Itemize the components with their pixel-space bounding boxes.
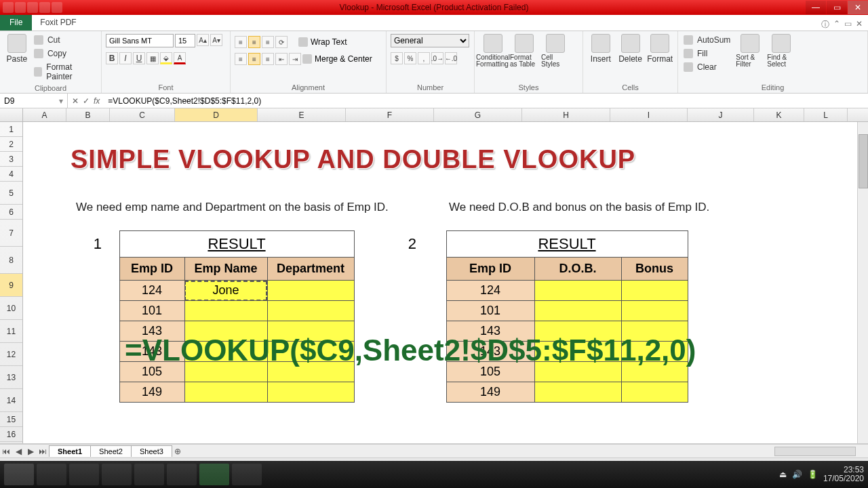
- taskbar-app-2[interactable]: [69, 464, 99, 485]
- font-size-select[interactable]: [175, 34, 195, 47]
- find-select-button[interactable]: Find & Select: [767, 34, 795, 68]
- increase-decimal-icon[interactable]: .0→: [431, 52, 443, 64]
- row-header-7[interactable]: 7: [0, 220, 22, 247]
- comma-format-icon[interactable]: ,: [418, 52, 430, 64]
- col-header-H[interactable]: H: [522, 108, 610, 121]
- restore-window-icon[interactable]: ▭: [844, 19, 852, 30]
- row-header-15[interactable]: 15: [0, 412, 22, 427]
- name-box[interactable]: D9▾: [0, 94, 68, 108]
- tray-icon[interactable]: 🔋: [808, 470, 818, 479]
- sheet-nav-first-icon[interactable]: ⏮: [0, 447, 12, 456]
- decrease-decimal-icon[interactable]: ←.0: [445, 52, 457, 64]
- row-header-14[interactable]: 14: [0, 389, 22, 412]
- align-top-icon[interactable]: ≡: [235, 36, 247, 48]
- table-cell[interactable]: [534, 382, 621, 403]
- align-center-icon[interactable]: ≡: [248, 53, 260, 65]
- new-sheet-icon[interactable]: ⊕: [172, 447, 184, 456]
- help-icon[interactable]: ⓘ: [821, 19, 829, 30]
- increase-font-icon[interactable]: A▴: [197, 34, 209, 46]
- sheet-nav-prev-icon[interactable]: ◀: [12, 447, 24, 456]
- maximize-button[interactable]: ▭: [827, 1, 847, 14]
- vertical-scrollbar[interactable]: [857, 122, 868, 443]
- sheet-tab-sheet3[interactable]: Sheet3: [131, 445, 172, 457]
- cells-area[interactable]: SIMPLE VLOOKUP AND DOUBLE VLOOKUP We nee…: [23, 122, 868, 443]
- font-name-select[interactable]: [106, 34, 174, 47]
- insert-cells-button[interactable]: Insert: [587, 34, 614, 64]
- format-as-table-button[interactable]: Format as Table: [510, 34, 538, 68]
- decrease-indent-icon[interactable]: ⇤: [275, 53, 288, 65]
- taskbar-app-3[interactable]: [102, 464, 132, 485]
- sheet-nav-next-icon[interactable]: ▶: [24, 447, 37, 456]
- worksheet-grid[interactable]: ABCDEFGHIJKL 12345678910111213141516 SIM…: [0, 108, 868, 444]
- table-cell-id[interactable]: 149: [446, 382, 534, 403]
- enter-formula-icon[interactable]: ✓: [83, 96, 90, 106]
- align-left-icon[interactable]: ≡: [235, 53, 247, 65]
- col-header-G[interactable]: G: [434, 108, 522, 121]
- table-cell-id[interactable]: 149: [119, 382, 184, 403]
- scrollbar-thumb[interactable]: [859, 134, 868, 188]
- underline-button[interactable]: U: [133, 52, 145, 64]
- cell-styles-button[interactable]: Cell Styles: [541, 34, 570, 68]
- close-button[interactable]: ✕: [848, 1, 868, 14]
- undo-icon[interactable]: [27, 2, 38, 13]
- row-header-11[interactable]: 11: [0, 320, 22, 343]
- number-format-select[interactable]: General: [391, 34, 469, 47]
- row-header-3[interactable]: 3: [0, 152, 22, 167]
- bold-button[interactable]: B: [106, 52, 118, 64]
- col-header-C[interactable]: C: [110, 108, 175, 121]
- table-cell[interactable]: [267, 301, 354, 321]
- row-header-16[interactable]: 16: [0, 427, 22, 442]
- row-header-12[interactable]: 12: [0, 343, 22, 366]
- merge-center-button[interactable]: Merge & Center: [302, 53, 372, 65]
- decrease-font-icon[interactable]: A▾: [210, 34, 222, 46]
- table-cell[interactable]: [621, 382, 688, 403]
- tab-foxit-pdf[interactable]: Foxit PDF: [32, 14, 94, 30]
- save-icon[interactable]: [15, 2, 26, 13]
- table-cell-id[interactable]: 101: [119, 301, 184, 321]
- table-cell[interactable]: [621, 301, 688, 321]
- align-right-icon[interactable]: ≡: [262, 53, 274, 65]
- name-box-dropdown-icon[interactable]: ▾: [59, 96, 63, 106]
- row-header-2[interactable]: 2: [0, 137, 22, 152]
- sheet-nav-last-icon[interactable]: ⏭: [37, 447, 49, 456]
- taskbar-app-1[interactable]: [37, 464, 66, 485]
- col-header-A[interactable]: A: [23, 108, 66, 121]
- table-cell-id[interactable]: 124: [119, 281, 184, 301]
- table-cell-id[interactable]: 124: [446, 281, 534, 301]
- col-header-E[interactable]: E: [258, 108, 346, 121]
- table-cell[interactable]: [267, 382, 354, 403]
- clear-button[interactable]: Clear: [682, 61, 733, 73]
- paste-button[interactable]: Paste: [4, 34, 30, 64]
- row-header-5[interactable]: 5: [0, 182, 22, 205]
- file-tab[interactable]: File: [0, 14, 32, 30]
- table-cell[interactable]: [534, 281, 621, 301]
- taskbar-app-4[interactable]: [134, 464, 164, 485]
- border-button[interactable]: ▦: [146, 52, 159, 64]
- fx-icon[interactable]: fx: [94, 96, 100, 106]
- table-cell[interactable]: [184, 382, 267, 403]
- cancel-formula-icon[interactable]: ✕: [72, 96, 79, 106]
- taskbar-app-5[interactable]: [167, 464, 197, 485]
- table-cell[interactable]: [534, 301, 621, 321]
- sort-filter-button[interactable]: Sort & Filter: [736, 34, 764, 68]
- col-header-I[interactable]: I: [610, 108, 688, 121]
- horizontal-scrollbar[interactable]: [774, 447, 856, 456]
- tray-icon[interactable]: 🔊: [792, 470, 802, 479]
- col-header-D[interactable]: D: [175, 108, 258, 121]
- tray-icon[interactable]: ⏏: [779, 470, 787, 479]
- accounting-format-icon[interactable]: $: [391, 52, 403, 64]
- taskbar-excel[interactable]: [199, 464, 229, 485]
- format-cells-button[interactable]: Format: [646, 34, 673, 64]
- row-header-9[interactable]: 9: [0, 274, 22, 297]
- close-workbook-icon[interactable]: ✕: [856, 19, 863, 30]
- format-painter-button[interactable]: Format Painter: [33, 61, 97, 83]
- percent-format-icon[interactable]: %: [404, 52, 416, 64]
- minimize-ribbon-icon[interactable]: ⌃: [833, 19, 840, 30]
- row-header-6[interactable]: 6: [0, 205, 22, 220]
- col-header-K[interactable]: K: [754, 108, 804, 121]
- formula-input[interactable]: =VLOOKUP($C9,Sheet2!$D$5:$F$11,2,0): [104, 94, 868, 108]
- col-header-B[interactable]: B: [66, 108, 110, 121]
- start-button[interactable]: [4, 464, 34, 485]
- system-tray[interactable]: ⏏ 🔊 🔋 23:53 17/05/2020: [779, 466, 864, 483]
- sheet-tab-sheet1[interactable]: Sheet1: [49, 445, 91, 457]
